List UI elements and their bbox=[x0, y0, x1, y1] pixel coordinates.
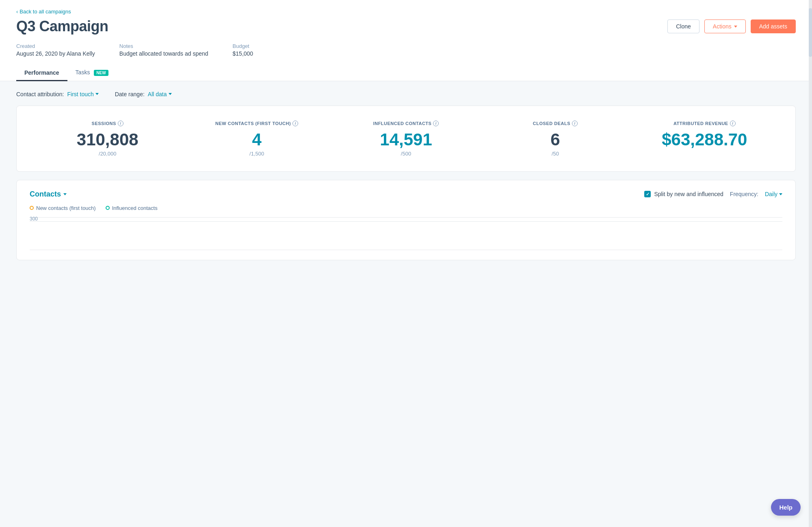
campaign-meta: Created August 26, 2020 by Alana Kelly N… bbox=[16, 43, 796, 57]
new-contacts-label: NEW CONTACTS (FIRST TOUCH) i bbox=[182, 121, 331, 126]
stat-sessions: SESSIONS i 310,808 /20,000 bbox=[33, 121, 182, 157]
back-to-campaigns-link[interactable]: ‹ Back to all campaigns bbox=[16, 9, 71, 15]
attribution-label: Contact attribution: bbox=[16, 91, 64, 97]
notes-label: Notes bbox=[119, 43, 208, 49]
sessions-sub: /20,000 bbox=[33, 151, 182, 157]
date-range-label: Date range: bbox=[115, 91, 145, 97]
influenced-contacts-value: 14,591 bbox=[331, 131, 481, 148]
new-contacts-info-icon[interactable]: i bbox=[292, 121, 298, 126]
stat-attributed-revenue: ATTRIBUTED REVENUE i $63,288.70 bbox=[630, 121, 779, 151]
split-checkbox-group[interactable]: Split by new and influenced bbox=[644, 191, 723, 197]
sessions-value: 310,808 bbox=[33, 131, 182, 148]
date-range-chevron-icon bbox=[169, 93, 172, 95]
split-label: Split by new and influenced bbox=[654, 191, 723, 197]
chart-y-label: 300 bbox=[30, 216, 38, 222]
tab-tasks[interactable]: Tasks NEW bbox=[67, 65, 117, 81]
content-area: Contact attribution: First touch Date ra… bbox=[0, 81, 812, 270]
tasks-new-badge: NEW bbox=[94, 70, 108, 76]
split-checkbox[interactable] bbox=[644, 191, 651, 197]
filter-separator bbox=[105, 91, 108, 97]
clone-button[interactable]: Clone bbox=[667, 19, 699, 33]
stats-card: SESSIONS i 310,808 /20,000 NEW CONTACTS … bbox=[16, 106, 796, 172]
tab-performance[interactable]: Performance bbox=[16, 65, 67, 81]
stat-closed-deals: CLOSED DEALS i 6 /50 bbox=[481, 121, 630, 157]
contacts-chart: 300 bbox=[30, 218, 782, 250]
stat-influenced-contacts: INFLUENCED CONTACTS i 14,591 /500 bbox=[331, 121, 481, 157]
contacts-controls: Split by new and influenced Frequency: D… bbox=[644, 191, 782, 197]
created-label: Created bbox=[16, 43, 95, 49]
closed-deals-value: 6 bbox=[481, 131, 630, 148]
new-contacts-sub: /1,500 bbox=[182, 151, 331, 157]
scrollbar[interactable] bbox=[809, 0, 812, 270]
budget-value: $15,000 bbox=[233, 50, 253, 57]
chevron-left-icon: ‹ bbox=[16, 9, 18, 15]
meta-created: Created August 26, 2020 by Alana Kelly bbox=[16, 43, 95, 57]
scrollbar-thumb[interactable] bbox=[809, 8, 812, 57]
header-actions: Clone Actions Add assets bbox=[667, 19, 796, 33]
actions-button[interactable]: Actions bbox=[704, 19, 746, 33]
attributed-revenue-info-icon[interactable]: i bbox=[730, 121, 736, 126]
influenced-contacts-sub: /500 bbox=[331, 151, 481, 157]
campaign-title: Q3 Campaign bbox=[16, 18, 108, 35]
influenced-contacts-info-icon[interactable]: i bbox=[433, 121, 439, 126]
attribution-dropdown[interactable]: First touch bbox=[67, 91, 99, 97]
filter-bar: Contact attribution: First touch Date ra… bbox=[16, 91, 796, 97]
closed-deals-sub: /50 bbox=[481, 151, 630, 157]
chart-legend: New contacts (first touch) Influenced co… bbox=[30, 205, 782, 211]
legend-influenced-contacts: Influenced contacts bbox=[106, 205, 158, 211]
sessions-info-icon[interactable]: i bbox=[118, 121, 123, 126]
notes-value: Budget allocated towards ad spend bbox=[119, 50, 208, 57]
influenced-contacts-label: INFLUENCED CONTACTS i bbox=[331, 121, 481, 126]
contacts-title[interactable]: Contacts bbox=[30, 190, 67, 199]
frequency-chevron-icon bbox=[779, 193, 782, 195]
closed-deals-label: CLOSED DEALS i bbox=[481, 121, 630, 126]
attributed-revenue-label: ATTRIBUTED REVENUE i bbox=[630, 121, 779, 126]
attributed-revenue-value: $63,288.70 bbox=[630, 131, 779, 148]
legend-dot-teal bbox=[106, 206, 110, 210]
created-value: August 26, 2020 by Alana Kelly bbox=[16, 50, 95, 57]
stat-new-contacts: NEW CONTACTS (FIRST TOUCH) i 4 /1,500 bbox=[182, 121, 331, 157]
chart-baseline bbox=[30, 250, 782, 250]
sessions-label: SESSIONS i bbox=[33, 121, 182, 126]
contacts-chevron-icon bbox=[63, 193, 67, 195]
meta-notes: Notes Budget allocated towards ad spend bbox=[119, 43, 208, 57]
frequency-dropdown[interactable]: Daily bbox=[765, 191, 782, 197]
closed-deals-info-icon[interactable]: i bbox=[572, 121, 578, 126]
legend-dot-orange bbox=[30, 206, 34, 210]
legend-new-contacts: New contacts (first touch) bbox=[30, 205, 96, 211]
actions-chevron-icon bbox=[734, 26, 737, 28]
budget-label: Budget bbox=[233, 43, 253, 49]
new-contacts-value: 4 bbox=[182, 131, 331, 148]
tabs-row: Performance Tasks NEW bbox=[16, 65, 796, 81]
contacts-header: Contacts Split by new and influenced Fre… bbox=[30, 190, 782, 199]
add-assets-button[interactable]: Add assets bbox=[751, 19, 796, 33]
contacts-card: Contacts Split by new and influenced Fre… bbox=[16, 180, 796, 260]
frequency-label: Frequency: bbox=[730, 191, 758, 197]
meta-budget: Budget $15,000 bbox=[233, 43, 253, 57]
date-range-dropdown[interactable]: All data bbox=[148, 91, 172, 97]
attribution-chevron-icon bbox=[95, 93, 99, 95]
